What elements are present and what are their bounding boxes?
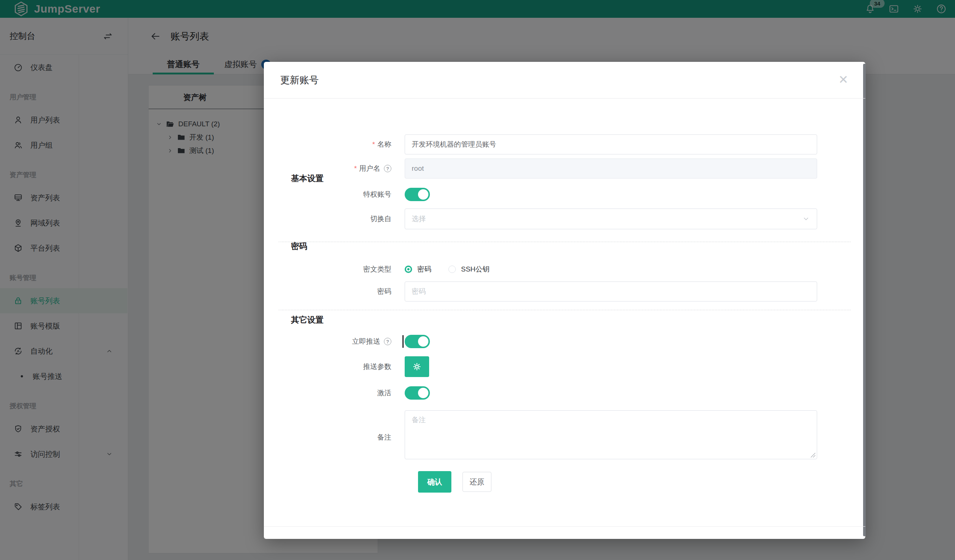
username-label: * 用户名 ? bbox=[286, 164, 405, 173]
form-row-push-params: 推送参数 bbox=[286, 356, 817, 377]
push-now-toggle[interactable] bbox=[405, 335, 430, 348]
username-field bbox=[405, 159, 817, 178]
toggle-knob bbox=[418, 336, 428, 347]
form-row-privileged: 特权账号 bbox=[286, 186, 817, 203]
push-now-label: 立即推送 ? bbox=[286, 337, 405, 346]
update-account-modal: 更新账号 ✕ 基本设置 * 名称 * 用户名 ? 特权账号 bbox=[264, 62, 865, 539]
name-label: * 名称 bbox=[286, 140, 405, 149]
required-asterisk: * bbox=[373, 140, 375, 148]
radio-password[interactable]: 密码 bbox=[405, 264, 431, 274]
form-row-comment: 备注 bbox=[286, 410, 817, 459]
radio-ssh-key[interactable]: SSH公钥 bbox=[448, 264, 490, 274]
help-circle-icon[interactable]: ? bbox=[384, 338, 391, 345]
switch-from-label: 切换自 bbox=[286, 214, 405, 224]
modal-footer-divider bbox=[264, 526, 865, 527]
switch-from-select[interactable] bbox=[405, 209, 817, 229]
required-asterisk: * bbox=[354, 164, 357, 173]
name-field[interactable] bbox=[405, 134, 817, 154]
active-toggle[interactable] bbox=[405, 386, 430, 399]
toggle-knob bbox=[418, 388, 428, 398]
modal-title: 更新账号 bbox=[280, 74, 319, 87]
section-divider bbox=[279, 242, 850, 242]
push-params-button[interactable] bbox=[405, 356, 429, 377]
close-icon[interactable]: ✕ bbox=[838, 74, 848, 86]
password-field[interactable] bbox=[405, 281, 817, 301]
form-row-secret-type: 密文类型 密码 SSH公钥 bbox=[286, 262, 817, 277]
secret-type-radio-group: 密码 SSH公钥 bbox=[405, 262, 817, 277]
radio-label: SSH公钥 bbox=[461, 264, 490, 274]
help-circle-icon[interactable]: ? bbox=[384, 165, 391, 172]
modal-header: 更新账号 ✕ bbox=[264, 62, 865, 98]
radio-selected-icon bbox=[405, 265, 412, 273]
privileged-toggle[interactable] bbox=[405, 188, 430, 201]
comment-label: 备注 bbox=[286, 427, 405, 442]
confirm-button[interactable]: 确认 bbox=[418, 471, 451, 493]
label-text: 名称 bbox=[377, 140, 391, 149]
form-row-name: * 名称 bbox=[286, 134, 817, 154]
section-divider bbox=[279, 310, 850, 310]
reset-button[interactable]: 还原 bbox=[462, 472, 492, 492]
section-title-secret: 密码 bbox=[291, 241, 307, 252]
form-row-push-now: 立即推送 ? bbox=[286, 333, 817, 349]
label-text: 用户名 bbox=[359, 164, 380, 173]
label-text: 立即推送 bbox=[352, 337, 380, 346]
gear-icon bbox=[412, 362, 422, 372]
active-label: 激活 bbox=[286, 388, 405, 398]
toggle-knob bbox=[418, 189, 428, 200]
radio-label: 密码 bbox=[417, 264, 431, 274]
radio-unselected-icon bbox=[448, 265, 456, 273]
section-title-other: 其它设置 bbox=[291, 314, 324, 326]
form-row-active: 激活 bbox=[286, 385, 817, 401]
secret-type-label: 密文类型 bbox=[286, 264, 405, 274]
privileged-label: 特权账号 bbox=[286, 190, 405, 199]
password-label: 密码 bbox=[286, 287, 405, 296]
form-row-switch-from: 切换自 bbox=[286, 209, 817, 229]
text-caret bbox=[402, 335, 404, 348]
chevron-down-icon bbox=[802, 215, 810, 223]
form-row-username: * 用户名 ? bbox=[286, 159, 817, 178]
push-params-label: 推送参数 bbox=[286, 362, 405, 371]
comment-field[interactable] bbox=[405, 410, 817, 459]
modal-scrollbar[interactable] bbox=[863, 64, 866, 536]
jumpserver-app: JumpServer 34 bbox=[0, 0, 955, 560]
form-row-password: 密码 bbox=[286, 281, 817, 301]
